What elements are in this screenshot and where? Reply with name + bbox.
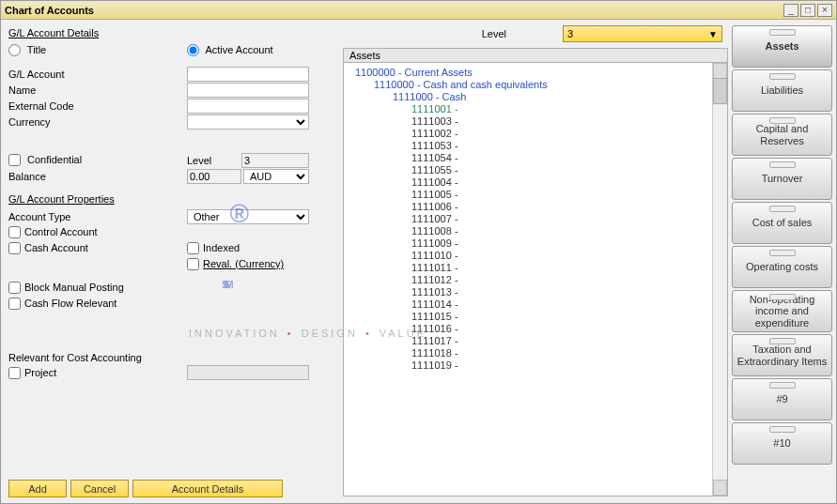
tree-node[interactable]: 1111004 - bbox=[348, 176, 712, 189]
window-title: Chart of Accounts bbox=[5, 5, 782, 16]
checkbox-cash-account[interactable] bbox=[8, 242, 21, 254]
label-top-level: Level bbox=[482, 28, 506, 39]
radio-active-label: Active Account bbox=[205, 44, 272, 55]
tree-node[interactable]: 1111019 - bbox=[348, 359, 712, 372]
checkbox-project[interactable] bbox=[8, 367, 21, 379]
drawer--10[interactable]: #10 bbox=[732, 422, 832, 465]
checkbox-reval[interactable] bbox=[187, 258, 199, 270]
tree-node[interactable]: 1111001 - bbox=[348, 103, 712, 115]
tree-header: Assets bbox=[343, 48, 728, 63]
tree-node[interactable]: 1111013 - bbox=[348, 286, 712, 298]
tree-node[interactable]: 1111011 - bbox=[348, 262, 712, 274]
field-project-value bbox=[187, 365, 309, 380]
input-gl-account[interactable] bbox=[187, 67, 309, 82]
tree-node[interactable]: 1111005 - bbox=[348, 189, 712, 201]
tree-node[interactable]: 1111016 - bbox=[348, 323, 712, 335]
maximize-button[interactable]: □ bbox=[800, 4, 815, 17]
checkbox-indexed[interactable] bbox=[187, 242, 199, 254]
chevron-down-icon: ▼ bbox=[708, 29, 718, 39]
label-project: Project bbox=[24, 367, 56, 378]
select-currency[interactable] bbox=[187, 115, 309, 130]
label-cash-account: Cash Account bbox=[24, 242, 88, 253]
details-panel: G/L Account Details Title Active Account… bbox=[1, 20, 337, 503]
checkbox-control-account[interactable] bbox=[8, 226, 21, 238]
account-tree: 1100000 - Current Assets1110000 - Cash a… bbox=[343, 63, 728, 496]
add-button[interactable]: Add bbox=[8, 480, 67, 497]
tree-node[interactable]: 1111012 - bbox=[348, 274, 712, 286]
section-gl-details: G/L Account Details bbox=[8, 27, 330, 38]
label-cash-flow: Cash Flow Relevant bbox=[24, 298, 116, 309]
drawer-liabilities[interactable]: Liabilities bbox=[732, 69, 832, 112]
minimize-button[interactable]: _ bbox=[783, 4, 798, 17]
tree-node[interactable]: 1111000 - Cash bbox=[348, 91, 712, 103]
label-control-account: Control Account bbox=[24, 226, 98, 237]
tree-node[interactable]: 1111055 - bbox=[348, 164, 712, 176]
tree-panel: Level 3 ▼ Assets 1100000 - Current Asset… bbox=[337, 20, 728, 503]
radio-active-account[interactable] bbox=[187, 44, 199, 56]
tree-node[interactable]: 1100000 - Current Assets bbox=[348, 67, 712, 79]
label-confidential: Confidential bbox=[27, 154, 82, 165]
drawer-operating-costs[interactable]: Operating costs bbox=[732, 246, 832, 288]
drawer-turnover[interactable]: Turnover bbox=[732, 158, 832, 200]
tree-node[interactable]: 1111007 - bbox=[348, 213, 712, 225]
field-level-value: 3 bbox=[241, 153, 309, 168]
tree-content[interactable]: 1100000 - Current Assets1110000 - Cash a… bbox=[344, 63, 712, 496]
radio-title-label: Title bbox=[27, 44, 46, 55]
select-top-level[interactable]: 3 ▼ bbox=[563, 25, 722, 42]
tree-node[interactable]: 1111008 - bbox=[348, 225, 712, 237]
label-indexed: Indexed bbox=[203, 242, 240, 253]
label-account-type: Account Type bbox=[8, 211, 70, 222]
checkbox-block-manual[interactable] bbox=[8, 282, 21, 294]
label-external-code: External Code bbox=[8, 100, 74, 112]
titlebar: Chart of Accounts _ □ × bbox=[1, 1, 836, 20]
tree-node[interactable]: 1110000 - Cash and cash equivalents bbox=[348, 79, 712, 91]
drawer--9[interactable]: #9 bbox=[732, 378, 832, 420]
input-name[interactable] bbox=[187, 83, 309, 98]
label-currency: Currency bbox=[8, 116, 51, 128]
label-relevant-cost: Relevant for Cost Accounting bbox=[8, 352, 142, 363]
drawer-non-operating-income-and-expenditure[interactable]: Non-operating income and expenditure bbox=[732, 290, 832, 332]
label-block-manual: Block Manual Posting bbox=[24, 282, 124, 293]
tree-node[interactable]: 1111053 - bbox=[348, 140, 712, 152]
label-name: Name bbox=[8, 84, 36, 96]
section-gl-properties: G/L Account Properties bbox=[8, 193, 330, 205]
drawer-capital-and-reserves[interactable]: Capital and Reserves bbox=[732, 114, 832, 156]
select-balance-currency[interactable]: AUD bbox=[243, 169, 309, 184]
close-button[interactable]: × bbox=[817, 4, 832, 17]
chart-of-accounts-window: Chart of Accounts _ □ × G/L Account Deta… bbox=[0, 0, 837, 504]
checkbox-confidential[interactable] bbox=[8, 154, 21, 166]
drawer-assets[interactable]: Assets bbox=[732, 25, 832, 68]
cancel-button[interactable]: Cancel bbox=[70, 480, 129, 497]
tree-scrollbar[interactable] bbox=[712, 63, 727, 496]
drawer-taxation-and-extraordinary-items[interactable]: Taxation and Extraordinary Items bbox=[732, 334, 832, 376]
tree-node[interactable]: 1111006 - bbox=[348, 201, 712, 213]
label-reval: Reval. (Currency) bbox=[203, 258, 284, 269]
tree-node[interactable]: 1111014 - bbox=[348, 298, 712, 311]
tree-scroll-thumb[interactable] bbox=[713, 78, 727, 104]
radio-title[interactable] bbox=[8, 44, 21, 56]
checkbox-cash-flow[interactable] bbox=[8, 298, 21, 310]
tree-node[interactable]: 1111010 - bbox=[348, 250, 712, 262]
drawer-stack: AssetsLiabilitiesCapital and ReservesTur… bbox=[728, 20, 836, 503]
tree-node[interactable]: 1111003 - bbox=[348, 115, 712, 128]
tree-node[interactable]: 1111015 - bbox=[348, 311, 712, 323]
drawer-cost-of-sales[interactable]: Cost of sales bbox=[732, 202, 832, 244]
top-level-value: 3 bbox=[567, 28, 573, 39]
label-gl-account: G/L Account bbox=[8, 69, 65, 80]
tree-node[interactable]: 1111002 - bbox=[348, 128, 712, 140]
label-balance: Balance bbox=[8, 171, 46, 182]
tree-node[interactable]: 1111017 - bbox=[348, 335, 712, 347]
field-balance-value: 0.00 bbox=[187, 169, 241, 184]
select-account-type[interactable]: Other bbox=[187, 209, 309, 224]
tree-node[interactable]: 1111018 - bbox=[348, 347, 712, 359]
tree-node[interactable]: 1111009 - bbox=[348, 237, 712, 250]
input-external-code[interactable] bbox=[187, 99, 309, 114]
tree-node[interactable]: 1111054 - bbox=[348, 152, 712, 164]
account-details-button[interactable]: Account Details bbox=[132, 480, 283, 497]
label-level: Level bbox=[187, 155, 234, 166]
